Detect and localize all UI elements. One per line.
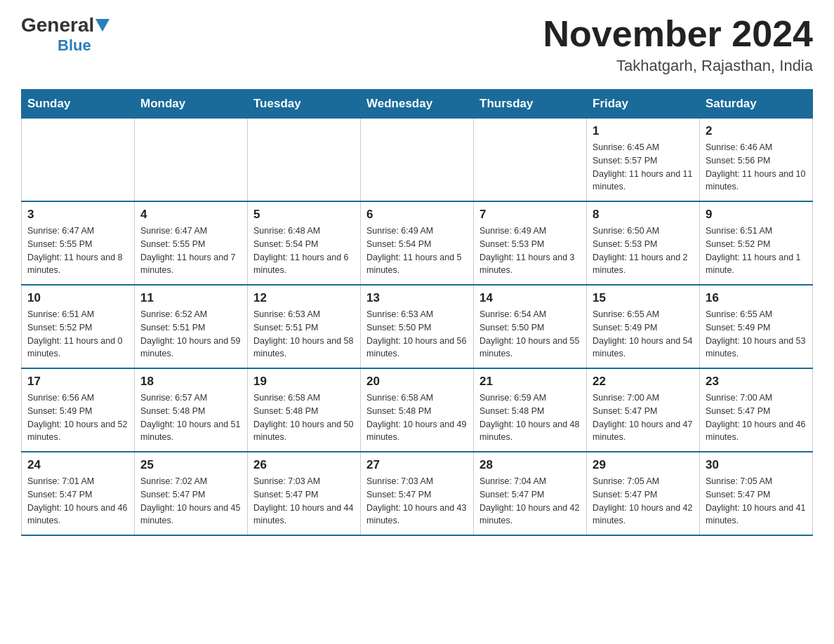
calendar-cell: 9 Sunrise: 6:51 AMSunset: 5:52 PMDayligh…: [700, 201, 813, 285]
calendar-cell: 6 Sunrise: 6:49 AMSunset: 5:54 PMDayligh…: [361, 201, 474, 285]
cell-date: 29: [593, 458, 694, 472]
calendar-week-row: 1 Sunrise: 6:45 AMSunset: 5:57 PMDayligh…: [22, 119, 813, 202]
cell-date: 19: [253, 375, 355, 389]
cell-info: Sunrise: 6:58 AMSunset: 5:48 PMDaylight:…: [253, 391, 355, 444]
calendar-week-row: 24 Sunrise: 7:01 AMSunset: 5:47 PMDaylig…: [22, 452, 813, 535]
calendar-cell: 11 Sunrise: 6:52 AMSunset: 5:51 PMDaylig…: [135, 285, 248, 368]
col-saturday: Saturday: [700, 90, 813, 119]
cell-date: 26: [253, 458, 355, 472]
cell-date: 18: [140, 375, 241, 389]
logo-triangle-icon: [95, 19, 110, 32]
cell-info: Sunrise: 6:55 AMSunset: 5:49 PMDaylight:…: [706, 308, 807, 361]
col-wednesday: Wednesday: [361, 90, 474, 119]
cell-date: 25: [140, 458, 241, 472]
cell-info: Sunrise: 6:57 AMSunset: 5:48 PMDaylight:…: [140, 391, 241, 444]
cell-date: 14: [479, 291, 581, 305]
calendar-cell: [135, 119, 248, 202]
cell-info: Sunrise: 6:47 AMSunset: 5:55 PMDaylight:…: [140, 224, 241, 277]
col-thursday: Thursday: [474, 90, 587, 119]
calendar-cell: [248, 119, 361, 202]
cell-info: Sunrise: 6:45 AMSunset: 5:57 PMDaylight:…: [593, 141, 694, 194]
calendar-header-row: Sunday Monday Tuesday Wednesday Thursday…: [22, 90, 813, 119]
cell-date: 15: [593, 291, 694, 305]
cell-info: Sunrise: 6:51 AMSunset: 5:52 PMDaylight:…: [27, 308, 128, 361]
cell-info: Sunrise: 6:58 AMSunset: 5:48 PMDaylight:…: [366, 391, 468, 444]
cell-info: Sunrise: 7:05 AMSunset: 5:47 PMDaylight:…: [706, 475, 807, 528]
cell-date: 11: [140, 291, 241, 305]
cell-date: 3: [27, 208, 128, 222]
calendar-cell: 28 Sunrise: 7:04 AMSunset: 5:47 PMDaylig…: [474, 452, 587, 535]
calendar-cell: 17 Sunrise: 6:56 AMSunset: 5:49 PMDaylig…: [22, 368, 135, 452]
title-block: November 2024 Takhatgarh, Rajasthan, Ind…: [543, 14, 813, 75]
cell-info: Sunrise: 7:04 AMSunset: 5:47 PMDaylight:…: [479, 475, 581, 528]
calendar-cell: [474, 119, 587, 202]
cell-info: Sunrise: 6:56 AMSunset: 5:49 PMDaylight:…: [27, 391, 128, 444]
cell-date: 22: [593, 375, 694, 389]
cell-info: Sunrise: 7:00 AMSunset: 5:47 PMDaylight:…: [593, 391, 694, 444]
cell-info: Sunrise: 6:49 AMSunset: 5:53 PMDaylight:…: [479, 224, 581, 277]
cell-info: Sunrise: 6:53 AMSunset: 5:50 PMDaylight:…: [366, 308, 468, 361]
calendar-cell: 26 Sunrise: 7:03 AMSunset: 5:47 PMDaylig…: [248, 452, 361, 535]
cell-info: Sunrise: 7:03 AMSunset: 5:47 PMDaylight:…: [253, 475, 355, 528]
cell-info: Sunrise: 6:47 AMSunset: 5:55 PMDaylight:…: [27, 224, 128, 277]
cell-date: 13: [366, 291, 468, 305]
cell-date: 20: [366, 375, 468, 389]
calendar-cell: 25 Sunrise: 7:02 AMSunset: 5:47 PMDaylig…: [135, 452, 248, 535]
col-sunday: Sunday: [22, 90, 135, 119]
calendar-cell: 1 Sunrise: 6:45 AMSunset: 5:57 PMDayligh…: [587, 119, 700, 202]
page-header: General Blue November 2024 Takhatgarh, R…: [21, 14, 813, 75]
cell-date: 12: [253, 291, 355, 305]
cell-info: Sunrise: 6:53 AMSunset: 5:51 PMDaylight:…: [253, 308, 355, 361]
calendar-cell: 18 Sunrise: 6:57 AMSunset: 5:48 PMDaylig…: [135, 368, 248, 452]
cell-info: Sunrise: 6:55 AMSunset: 5:49 PMDaylight:…: [593, 308, 694, 361]
calendar-cell: 24 Sunrise: 7:01 AMSunset: 5:47 PMDaylig…: [22, 452, 135, 535]
cell-date: 24: [27, 458, 128, 472]
calendar-cell: 20 Sunrise: 6:58 AMSunset: 5:48 PMDaylig…: [361, 368, 474, 452]
cell-date: 1: [593, 124, 694, 138]
calendar-cell: 2 Sunrise: 6:46 AMSunset: 5:56 PMDayligh…: [700, 119, 813, 202]
calendar-cell: 21 Sunrise: 6:59 AMSunset: 5:48 PMDaylig…: [474, 368, 587, 452]
calendar-cell: [361, 119, 474, 202]
calendar-cell: 12 Sunrise: 6:53 AMSunset: 5:51 PMDaylig…: [248, 285, 361, 368]
cell-info: Sunrise: 7:01 AMSunset: 5:47 PMDaylight:…: [27, 475, 128, 528]
calendar-cell: 23 Sunrise: 7:00 AMSunset: 5:47 PMDaylig…: [700, 368, 813, 452]
calendar-week-row: 17 Sunrise: 6:56 AMSunset: 5:49 PMDaylig…: [22, 368, 813, 452]
cell-date: 16: [706, 291, 807, 305]
calendar-cell: 4 Sunrise: 6:47 AMSunset: 5:55 PMDayligh…: [135, 201, 248, 285]
cell-info: Sunrise: 7:05 AMSunset: 5:47 PMDaylight:…: [593, 475, 694, 528]
cell-date: 30: [706, 458, 807, 472]
cell-date: 17: [27, 375, 128, 389]
cell-date: 8: [593, 208, 694, 222]
col-friday: Friday: [587, 90, 700, 119]
cell-date: 6: [366, 208, 468, 222]
logo: General Blue: [21, 14, 111, 55]
calendar-cell: 8 Sunrise: 6:50 AMSunset: 5:53 PMDayligh…: [587, 201, 700, 285]
cell-info: Sunrise: 6:51 AMSunset: 5:52 PMDaylight:…: [706, 224, 807, 277]
col-tuesday: Tuesday: [248, 90, 361, 119]
calendar-cell: 5 Sunrise: 6:48 AMSunset: 5:54 PMDayligh…: [248, 201, 361, 285]
cell-info: Sunrise: 6:54 AMSunset: 5:50 PMDaylight:…: [479, 308, 581, 361]
calendar-cell: 14 Sunrise: 6:54 AMSunset: 5:50 PMDaylig…: [474, 285, 587, 368]
cell-info: Sunrise: 6:46 AMSunset: 5:56 PMDaylight:…: [706, 141, 807, 194]
calendar-cell: [22, 119, 135, 202]
cell-info: Sunrise: 6:59 AMSunset: 5:48 PMDaylight:…: [479, 391, 581, 444]
cell-date: 23: [706, 375, 807, 389]
calendar-week-row: 10 Sunrise: 6:51 AMSunset: 5:52 PMDaylig…: [22, 285, 813, 368]
calendar-cell: 16 Sunrise: 6:55 AMSunset: 5:49 PMDaylig…: [700, 285, 813, 368]
cell-info: Sunrise: 7:02 AMSunset: 5:47 PMDaylight:…: [140, 475, 241, 528]
calendar-week-row: 3 Sunrise: 6:47 AMSunset: 5:55 PMDayligh…: [22, 201, 813, 285]
cell-date: 7: [479, 208, 581, 222]
calendar-cell: 10 Sunrise: 6:51 AMSunset: 5:52 PMDaylig…: [22, 285, 135, 368]
cell-date: 4: [140, 208, 241, 222]
calendar-cell: 13 Sunrise: 6:53 AMSunset: 5:50 PMDaylig…: [361, 285, 474, 368]
cell-date: 2: [706, 124, 807, 138]
calendar-cell: 22 Sunrise: 7:00 AMSunset: 5:47 PMDaylig…: [587, 368, 700, 452]
calendar-cell: 3 Sunrise: 6:47 AMSunset: 5:55 PMDayligh…: [22, 201, 135, 285]
cell-date: 28: [479, 458, 581, 472]
cell-date: 21: [479, 375, 581, 389]
cell-info: Sunrise: 6:48 AMSunset: 5:54 PMDaylight:…: [253, 224, 355, 277]
calendar-table: Sunday Monday Tuesday Wednesday Thursday…: [21, 89, 813, 536]
cell-date: 10: [27, 291, 128, 305]
cell-info: Sunrise: 6:52 AMSunset: 5:51 PMDaylight:…: [140, 308, 241, 361]
cell-info: Sunrise: 7:00 AMSunset: 5:47 PMDaylight:…: [706, 391, 807, 444]
